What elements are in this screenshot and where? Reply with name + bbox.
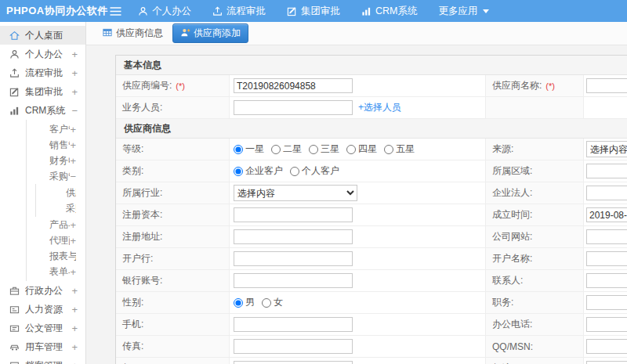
- bank-account-input[interactable]: [234, 273, 353, 288]
- supplier-code-input[interactable]: [234, 78, 353, 93]
- topnav-item-upload[interactable]: 流程审批: [212, 5, 266, 18]
- sidebar-item[interactable]: 代理商管理+: [27, 232, 85, 248]
- field-label-cell: 邮编:: [486, 358, 584, 364]
- sidebar-item[interactable]: 客户管理+: [27, 121, 85, 137]
- tab-supplier-info[interactable]: 供应商信息: [102, 27, 163, 40]
- field-input-cell: [230, 248, 486, 269]
- reg-address-input[interactable]: [234, 229, 353, 244]
- sidebar-item[interactable]: 产品与库存+: [27, 217, 85, 232]
- found-date-input[interactable]: [586, 207, 627, 222]
- field-input-cell: [584, 248, 627, 269]
- sidebar-item[interactable]: CRM系统−: [0, 101, 85, 120]
- field-label-cell: QQ/MSN:: [486, 336, 584, 357]
- region-input[interactable]: [586, 164, 627, 178]
- field-input-cell: [230, 270, 486, 291]
- level-radio-input-1[interactable]: [271, 145, 281, 154]
- sidebar-item[interactable]: 销售管理+: [27, 137, 85, 153]
- topnav-item-user[interactable]: 个人办公: [138, 5, 191, 18]
- gender-radio-input-0[interactable]: [234, 298, 243, 308]
- topnav-label: 流程审批: [227, 5, 266, 18]
- industry-select[interactable]: 选择内容: [234, 185, 357, 201]
- website-input[interactable]: [586, 229, 627, 244]
- zip-input[interactable]: [586, 361, 627, 364]
- field-label-cell: 办公电话:: [486, 314, 584, 335]
- sidebar-submenu: 供应商管理采购管理: [35, 184, 85, 217]
- source-select[interactable]: 选择内容: [586, 141, 627, 157]
- field-input-cell: [584, 160, 627, 182]
- level-radio-option-3[interactable]: 四星: [346, 142, 377, 156]
- category-radio-option-1[interactable]: 个人客户: [290, 164, 339, 178]
- tab-label: 供应商添加: [194, 27, 241, 40]
- level-radio-input-4[interactable]: [384, 145, 393, 154]
- sidebar: 个人桌面个人办公+流程审批+集团审批+CRM系统−客户管理+销售管理+财务收支+…: [0, 22, 86, 364]
- sidebar-item[interactable]: 档案管理+: [0, 356, 85, 364]
- level-radio-option-2[interactable]: 三星: [309, 142, 339, 156]
- fax-label: 传真:: [122, 340, 143, 353]
- field-label-cell: 开户行:: [116, 248, 230, 269]
- field-label-cell: 供应商名称:(*): [486, 75, 584, 96]
- sidebar-item[interactable]: 用车管理+: [0, 337, 85, 356]
- edit-icon: [9, 87, 20, 97]
- fax-input[interactable]: [234, 339, 353, 354]
- supplier-name-input[interactable]: [586, 78, 627, 93]
- field-label-cell: 注册地址:: [116, 226, 230, 247]
- topnav-item-apps[interactable]: 更多应用: [438, 5, 489, 18]
- gender-radio-option-1[interactable]: 女: [262, 296, 283, 309]
- sidebar-item[interactable]: 采购管理: [36, 200, 85, 216]
- tab-supplier-add[interactable]: 供应商添加: [172, 23, 248, 43]
- level-radio-option-1[interactable]: 二星: [271, 142, 302, 156]
- staff-input[interactable]: [234, 100, 353, 115]
- level-radio-input-2[interactable]: [309, 145, 318, 154]
- form-row: 性别:男女职务:: [116, 292, 627, 314]
- level-radio-input-0[interactable]: [234, 145, 243, 154]
- level-radio-input-3[interactable]: [346, 145, 356, 154]
- expand-toggle-icon: −: [70, 171, 76, 182]
- radio-label: 五星: [396, 142, 415, 156]
- level-radio-option-0[interactable]: 一星: [234, 142, 264, 156]
- caret-down-icon: [483, 9, 489, 13]
- sidebar-item[interactable]: 财务收支+: [27, 153, 85, 168]
- sidebar-item[interactable]: 公文管理+: [0, 319, 85, 337]
- gender-radio-option-0[interactable]: 男: [234, 296, 255, 309]
- form-row: 所属行业:选择内容企业法人:: [116, 182, 627, 204]
- sidebar-item[interactable]: 表单与流程设置+: [27, 264, 85, 279]
- form-row: 银行账号:联系人:: [116, 270, 627, 292]
- form-row: 等级:一星二星三星四星五星来源:选择内容: [116, 139, 627, 160]
- reg-capital-input[interactable]: [234, 207, 353, 222]
- sidebar-item[interactable]: 个人办公+: [0, 45, 85, 63]
- qq-msn-input[interactable]: [586, 339, 627, 354]
- form-row: 供应商编号:(*)供应商名称:(*): [116, 75, 627, 97]
- account-name-input[interactable]: [586, 251, 627, 266]
- category-radio-option-0[interactable]: 企业客户: [234, 164, 283, 178]
- sidebar-item[interactable]: 行政办公+: [0, 281, 85, 300]
- position-input[interactable]: [586, 295, 627, 310]
- sidebar-item[interactable]: 个人桌面: [0, 26, 85, 45]
- field-input-cell: [584, 314, 627, 335]
- level-radio-option-4[interactable]: 五星: [384, 142, 415, 156]
- bank-input[interactable]: [234, 251, 353, 266]
- hamburger-menu-icon[interactable]: [102, 7, 129, 16]
- email-input[interactable]: [234, 361, 353, 364]
- sidebar-item[interactable]: 流程审批+: [0, 63, 85, 82]
- gender-radio-input-1[interactable]: [262, 298, 271, 308]
- useradd-icon: [180, 27, 190, 40]
- topnav-item-chart[interactable]: CRM系统: [361, 5, 417, 18]
- select-person-link[interactable]: +选择人员: [358, 101, 401, 114]
- sidebar-item[interactable]: 集团审批+: [0, 82, 85, 101]
- field-label-cell: 所属行业:: [116, 182, 230, 204]
- chart-icon: [361, 6, 371, 16]
- category-radio-input-1[interactable]: [290, 167, 299, 176]
- sidebar-item-label: 表单与流程设置: [49, 265, 70, 279]
- mobile-input[interactable]: [234, 317, 353, 332]
- contact-input[interactable]: [586, 273, 627, 288]
- home-icon: [9, 31, 20, 41]
- legal-person-input[interactable]: [586, 186, 627, 200]
- office-phone-input[interactable]: [586, 317, 627, 332]
- sidebar-item[interactable]: 采购管理−: [27, 168, 85, 184]
- category-radio-input-0[interactable]: [234, 167, 243, 176]
- topnav-item-edit[interactable]: 集团审批: [287, 5, 340, 18]
- form-row: 传真:QQ/MSN:: [116, 336, 627, 358]
- sidebar-item[interactable]: 报表与统计: [27, 248, 85, 264]
- sidebar-item[interactable]: 供应商管理: [36, 185, 85, 200]
- sidebar-item[interactable]: 人力资源+: [0, 300, 85, 319]
